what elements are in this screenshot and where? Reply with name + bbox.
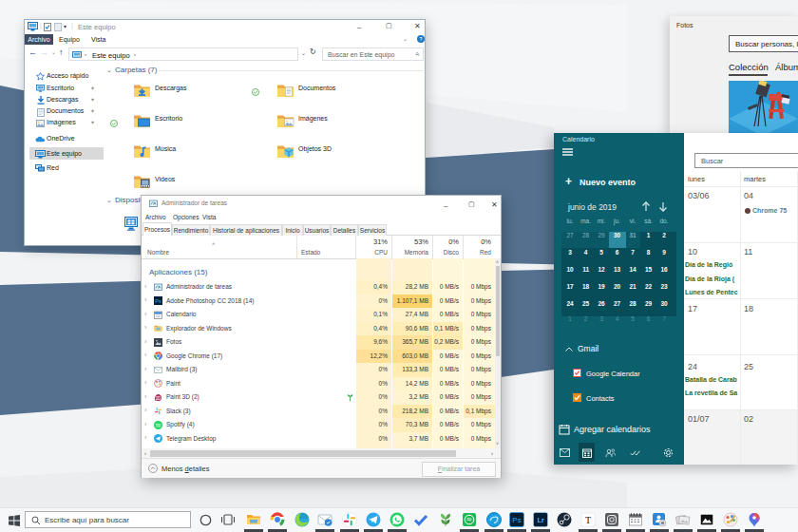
svg-text:Ps: Ps: [155, 298, 162, 304]
svg-text:Lr: Lr: [537, 516, 543, 524]
svg-text:3D: 3D: [156, 395, 162, 400]
svg-text:T: T: [585, 515, 591, 525]
svg-text:Ps: Ps: [512, 516, 521, 524]
